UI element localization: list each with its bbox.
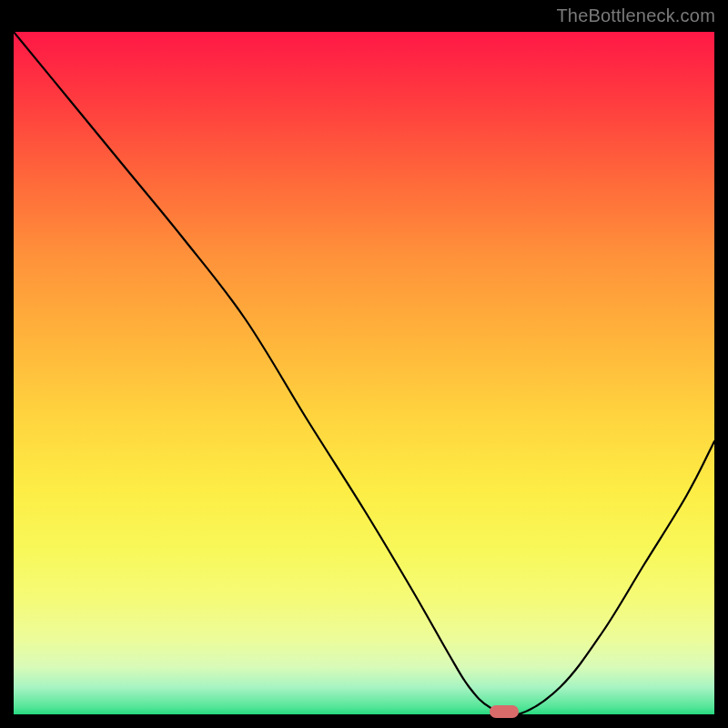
chart-frame [14,32,714,714]
watermark-text: TheBottleneck.com [556,5,715,26]
bottleneck-curve [14,32,714,714]
optimal-point-marker [490,705,519,718]
